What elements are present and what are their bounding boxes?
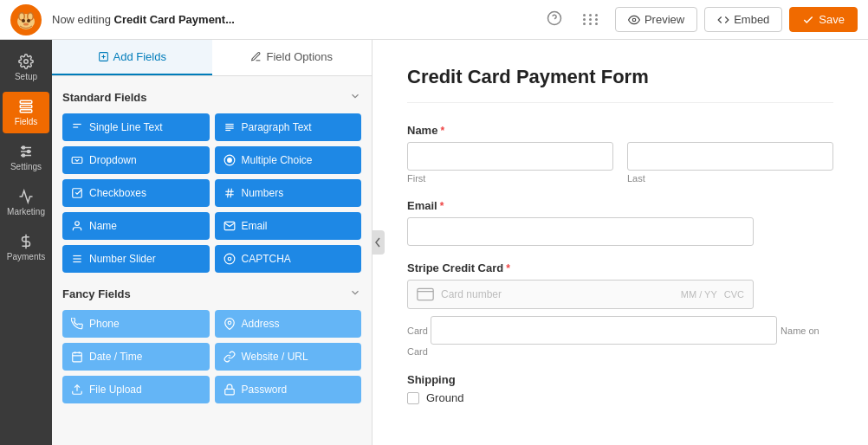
svg-point-12	[24, 60, 29, 64]
cvc-label: CVC	[724, 289, 744, 300]
fields-panel-wrapper: Add Fields Field Options Standard Fields	[52, 40, 372, 445]
svg-point-45	[228, 257, 231, 261]
sidebar-item-marketing[interactable]: Marketing	[3, 182, 49, 223]
shipping-label: Shipping	[407, 373, 833, 386]
embed-button[interactable]: Embed	[704, 7, 782, 32]
embed-label: Embed	[734, 13, 769, 26]
svg-point-40	[75, 222, 80, 226]
help-button[interactable]	[541, 5, 567, 35]
app-logo	[10, 4, 42, 35]
fields-panel: Add Fields Field Options Standard Fields	[52, 40, 372, 445]
field-btn-checkboxes[interactable]: Checkboxes	[62, 179, 210, 207]
sidebar-setup-label: Setup	[15, 72, 37, 81]
panel-tabs: Add Fields Field Options	[52, 40, 372, 76]
fancy-fields-label: Fancy Fields	[62, 287, 131, 300]
standard-fields-collapse[interactable]	[349, 90, 361, 105]
fancy-fields-collapse[interactable]	[349, 287, 361, 301]
field-btn-name[interactable]: Name	[62, 212, 210, 240]
svg-line-39	[230, 189, 231, 198]
preview-button[interactable]: Preview	[615, 7, 697, 32]
field-btn-file-upload[interactable]: File Upload	[62, 376, 210, 403]
field-btn-phone[interactable]: Phone	[62, 310, 210, 338]
form-field-stripe: Stripe Credit Card * Card number MM / YY…	[407, 261, 833, 358]
tab-field-options[interactable]: Field Options	[212, 40, 372, 75]
field-btn-address[interactable]: Address	[215, 310, 362, 338]
field-btn-multiple-choice[interactable]: Multiple Choice	[215, 146, 362, 174]
email-required-star: *	[440, 200, 444, 212]
sidenav: Setup Fields Settings Marketing Payments	[0, 40, 52, 445]
topbar-actions: Preview Embed Save	[541, 5, 858, 35]
grid-icon-button[interactable]	[574, 5, 608, 34]
stripe-meta: MM / YY CVC	[681, 289, 744, 300]
field-btn-captcha[interactable]: CAPTCHA	[215, 245, 362, 273]
sidebar-item-setup[interactable]: Setup	[3, 47, 49, 88]
save-button[interactable]: Save	[789, 7, 858, 32]
svg-point-11	[632, 18, 636, 22]
fields-scroll-area: Standard Fields Single Line Text Paragra…	[52, 76, 372, 445]
svg-rect-53	[418, 288, 433, 300]
svg-line-38	[227, 189, 228, 198]
shipping-ground-label: Ground	[426, 391, 463, 404]
svg-point-6	[22, 19, 25, 23]
last-name-col: Last	[627, 142, 833, 184]
field-btn-email[interactable]: Email	[215, 212, 362, 240]
shipping-ground-checkbox[interactable]	[407, 392, 419, 404]
last-name-input[interactable]	[627, 142, 833, 171]
name-required-star: *	[440, 125, 444, 137]
main-content: Setup Fields Settings Marketing Payments…	[0, 40, 868, 445]
panel-toggle[interactable]	[372, 230, 385, 255]
first-name-input[interactable]	[407, 142, 613, 171]
svg-point-4	[20, 13, 24, 19]
sidebar-item-fields[interactable]: Fields	[3, 92, 49, 133]
name-row: First Last	[407, 142, 833, 184]
stripe-label: Stripe Credit Card *	[407, 261, 833, 274]
svg-rect-13	[20, 100, 32, 103]
svg-point-5	[29, 13, 33, 19]
stripe-required-star: *	[506, 262, 510, 274]
name-on-card-input[interactable]	[431, 316, 777, 345]
field-btn-numbers[interactable]: Numbers	[215, 179, 362, 207]
form-field-name: Name * First Last	[407, 124, 833, 184]
field-btn-single-line-text[interactable]: Single Line Text	[62, 113, 210, 141]
stripe-card-input[interactable]: Card number MM / YY CVC	[407, 280, 754, 309]
standard-fields-header: Standard Fields	[62, 90, 361, 105]
svg-rect-15	[20, 110, 32, 113]
svg-point-19	[23, 146, 25, 149]
sidebar-payments-label: Payments	[7, 252, 45, 261]
form-field-email: Email *	[407, 199, 833, 246]
svg-point-46	[228, 321, 231, 325]
svg-rect-32	[72, 158, 82, 164]
svg-point-44	[224, 254, 235, 264]
email-label: Email *	[407, 199, 833, 212]
standard-fields-label: Standard Fields	[62, 91, 147, 104]
email-input[interactable]	[407, 217, 754, 246]
grid-dots-icon	[580, 10, 603, 29]
fancy-fields-header: Fancy Fields	[62, 287, 361, 301]
fancy-fields-grid: Phone Address Date / Time Website / URL	[62, 310, 361, 403]
form-preview: Credit Card Payment Form Name * First La…	[372, 40, 868, 445]
sidebar-item-settings[interactable]: Settings	[3, 137, 49, 178]
sidebar-item-payments[interactable]: Payments	[3, 227, 49, 268]
form-title: Credit Card Payment Form	[407, 66, 833, 103]
last-name-label: Last	[627, 173, 833, 184]
field-btn-dropdown[interactable]: Dropdown	[62, 146, 210, 174]
preview-label: Preview	[645, 13, 684, 26]
svg-rect-52	[224, 389, 234, 394]
standard-fields-grid: Single Line Text Paragraph Text Dropdown…	[62, 113, 361, 273]
field-btn-password[interactable]: Password	[215, 376, 362, 403]
svg-rect-47	[73, 352, 82, 362]
editing-title: Now editing Credit Card Payment...	[52, 13, 541, 26]
svg-point-20	[28, 151, 30, 153]
tab-add-fields[interactable]: Add Fields	[52, 40, 212, 75]
field-btn-website-url[interactable]: Website / URL	[215, 343, 362, 371]
field-btn-date-time[interactable]: Date / Time	[62, 343, 210, 371]
svg-rect-35	[73, 189, 82, 198]
name-label: Name *	[407, 124, 833, 137]
field-btn-paragraph-text[interactable]: Paragraph Text	[215, 113, 362, 141]
sidebar-settings-label: Settings	[10, 162, 42, 171]
topbar: Now editing Credit Card Payment... Previ…	[0, 0, 868, 40]
field-btn-number-slider[interactable]: Number Slider	[62, 245, 210, 273]
mm-yy-label: MM / YY	[681, 289, 717, 300]
sidebar-fields-label: Fields	[15, 117, 38, 126]
first-name-label: First	[407, 173, 613, 184]
